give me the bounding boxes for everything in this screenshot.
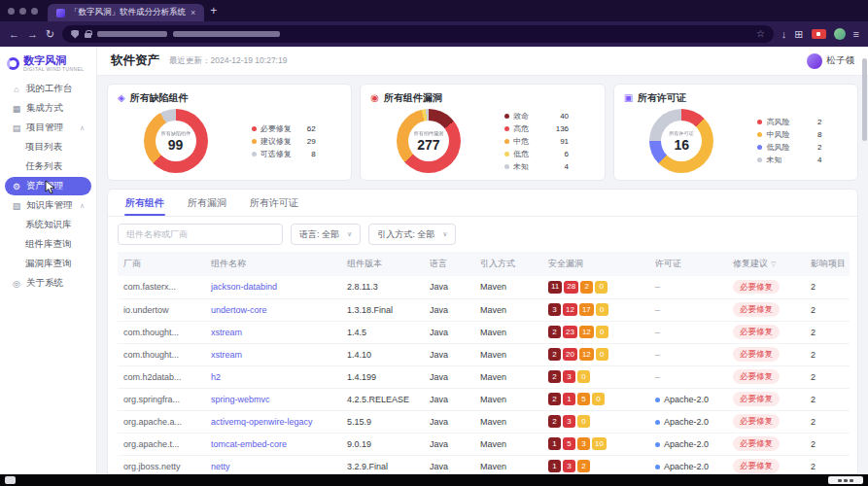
vuln-badge-high: 28 — [564, 281, 578, 294]
component-name-cell: h2 — [205, 365, 341, 388]
sidebar-item-kb-mgmt[interactable]: ▧知识库管理∧ — [5, 196, 91, 215]
forward-button[interactable]: → — [27, 29, 38, 40]
component-link[interactable]: undertow-core — [211, 305, 267, 315]
sidebar-item-asset-mgmt[interactable]: ⚙资产管理 — [5, 177, 91, 195]
logo-icon — [7, 57, 19, 70]
version-cell: 3.2.9.Final — [341, 455, 424, 474]
component-search-input[interactable] — [118, 224, 283, 245]
component-link[interactable]: xstream — [211, 328, 242, 337]
back-button[interactable]: ← — [9, 29, 19, 40]
legend-value: 136 — [556, 124, 569, 133]
fix-badge: 必要修复 — [733, 369, 780, 383]
window-minimize-button[interactable] — [19, 8, 26, 15]
legend-label: 中危 — [513, 136, 529, 147]
sidebar-item-project-list[interactable]: 项目列表 — [5, 138, 91, 156]
asset-gear-icon: ⚙ — [12, 182, 21, 191]
license-cell: Apache-2.0 — [649, 410, 727, 433]
lock-icon — [85, 33, 91, 38]
sidebar-item-project-mgmt[interactable]: ▤项目管理∧ — [5, 119, 91, 137]
component-link[interactable]: spring-webmvc — [211, 395, 270, 404]
browser-tab[interactable]: 「数字风洞」软件成分分析系统 × — [48, 4, 204, 21]
vuln-badge-low: 10 — [592, 437, 607, 450]
url-bar[interactable]: ☆ — [62, 25, 774, 43]
component-link[interactable]: h2 — [211, 372, 221, 382]
language-cell: Java — [424, 410, 474, 433]
window-close-button[interactable] — [8, 8, 15, 15]
bookmark-star-icon[interactable]: ☆ — [756, 29, 765, 39]
no-license-dash: – — [655, 328, 660, 337]
downloads-icon[interactable]: ↓ — [781, 29, 787, 40]
tab-all-components[interactable]: 所有组件 — [116, 190, 174, 216]
method-select[interactable]: 引入方式: 全部 ∨ — [368, 224, 456, 245]
card-header: ◈所有缺陷组件 — [118, 91, 341, 105]
menu-icon[interactable]: ≡ — [853, 29, 859, 40]
component-link[interactable]: netty — [211, 462, 230, 471]
vuln-badge-high: 1 — [563, 393, 575, 405]
sidebar-item-task-list[interactable]: 任务列表 — [5, 157, 91, 176]
page-title: 软件资产 — [111, 52, 159, 69]
sidebar-item-integration[interactable]: ▦集成方式 — [5, 99, 91, 118]
profile-avatar[interactable] — [834, 28, 846, 40]
user-menu[interactable]: 松子领 — [807, 53, 855, 69]
table-row: com.thought...xstream1.4.10JavaMaven2201… — [118, 343, 850, 365]
legend-item: 必要修复62 — [252, 123, 316, 134]
component-link[interactable]: jackson-databind — [211, 282, 277, 292]
reload-button[interactable]: ↻ — [46, 29, 54, 40]
sidebar-item-label: 任务列表 — [25, 160, 62, 173]
sidebar-item-system-kb[interactable]: 系统知识库 — [5, 216, 91, 234]
vuln-badge-high: 20 — [563, 348, 577, 361]
card-legend: 高风险2中风险8低风险2未知4 — [757, 117, 821, 165]
vulns-cell: 230 — [542, 365, 649, 388]
extensions-icon[interactable]: ⊞ — [794, 29, 803, 40]
legend-item: 致命40 — [504, 111, 569, 122]
filters-bar: 语言: 全部 ∨ 引入方式: 全部 ∨ — [108, 217, 857, 252]
language-select-label: 语言: 全部 — [299, 228, 339, 241]
logo-subtitle: DIGITAL WIND TUNNEL — [23, 66, 85, 72]
page-scrollbar[interactable] — [862, 49, 867, 472]
tab-favicon-icon — [56, 9, 65, 17]
tab-all-vulns[interactable]: 所有漏洞 — [178, 190, 236, 216]
user-avatar[interactable] — [807, 53, 822, 69]
scrollbar-thumb[interactable] — [862, 58, 867, 141]
method-cell: Maven — [474, 365, 542, 388]
tab-title: 「数字风洞」软件成分分析系统 — [70, 7, 186, 18]
sidebar-item-label: 漏洞库查询 — [25, 258, 72, 270]
projects-cell: 2 — [805, 433, 850, 455]
new-tab-button[interactable]: + — [210, 4, 217, 17]
window-maximize-button[interactable] — [31, 8, 38, 15]
component-vulns-donut-chart: 所有组件漏洞277 — [397, 109, 461, 173]
sidebar-item-vuln-query[interactable]: 漏洞库查询 — [5, 255, 91, 273]
card-header: ▣所有许可证 — [624, 91, 848, 105]
filter-icon[interactable]: ▽ — [771, 260, 776, 267]
sidebar-item-workspace[interactable]: ⌂我的工作台 — [5, 80, 91, 98]
language-cell: Java — [424, 321, 474, 343]
component-link[interactable]: tomcat-embed-core — [211, 439, 287, 449]
legend-label: 致命 — [513, 111, 529, 122]
vuln-badge-low: 0 — [595, 281, 608, 294]
vulns-cell: 2150 — [542, 388, 649, 410]
license-cell: – — [649, 343, 727, 365]
vendor-cell: com.h2datab... — [118, 365, 205, 388]
tab-close-icon[interactable]: × — [191, 9, 195, 17]
recorder-badge-icon[interactable] — [812, 29, 826, 39]
vuln-badge-fatal: 2 — [548, 393, 561, 405]
component-name-cell: tomcat-embed-core — [205, 433, 341, 455]
fix-badge: 必要修复 — [733, 280, 780, 294]
components-panel: 所有组件所有漏洞所有许可证 语言: 全部 ∨ 引入方式: 全部 ∨ 厂 — [107, 189, 858, 474]
tab-all-licenses[interactable]: 所有许可证 — [240, 190, 308, 216]
legend-item: 中危91 — [504, 136, 569, 147]
column-header: 修复建议▽ — [727, 252, 805, 276]
language-select[interactable]: 语言: 全部 ∨ — [291, 224, 361, 245]
card-body: 所有组件漏洞277致命40高危136中危91低危6未知4 — [370, 109, 594, 173]
browser-navbar: ← → ↻ ☆ ↓ ⊞ ≡ — [0, 21, 868, 47]
donut-center: 所有缺陷组件99 — [156, 121, 196, 161]
projects-cell: 2 — [805, 388, 850, 410]
component-link[interactable]: xstream — [211, 350, 242, 360]
sidebar-item-about[interactable]: ◎关于系统 — [5, 274, 91, 293]
legend-label: 高风险 — [766, 117, 789, 127]
table-row: org.jboss.nettynetty3.2.9.FinalJavaMaven… — [118, 455, 850, 474]
column-header: 语言 — [424, 252, 474, 276]
table-row: com.h2datab...h21.4.199JavaMaven230–必要修复… — [118, 365, 850, 388]
component-link[interactable]: activemq-openwire-legacy — [211, 417, 313, 427]
sidebar-item-component-query[interactable]: 组件库查询 — [5, 235, 91, 254]
